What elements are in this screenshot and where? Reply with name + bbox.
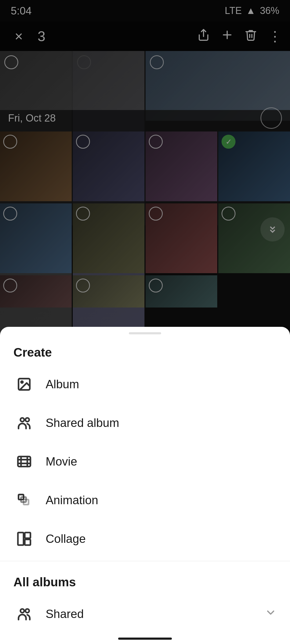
shared-album-icon bbox=[13, 412, 35, 434]
nav-indicator bbox=[118, 638, 172, 640]
album-icon bbox=[13, 374, 35, 395]
create-animation-item[interactable]: Animation bbox=[0, 481, 290, 519]
svg-point-6 bbox=[26, 418, 29, 422]
create-animation-label: Animation bbox=[46, 493, 98, 507]
create-album-label: Album bbox=[46, 378, 79, 391]
bottom-sheet: Create Album Shared album bbox=[0, 327, 290, 644]
create-collage-item[interactable]: Collage bbox=[0, 519, 290, 558]
chevron-down-icon bbox=[265, 607, 277, 621]
shared-album-row[interactable]: Shared bbox=[0, 595, 290, 633]
create-shared-album-item[interactable]: Shared album bbox=[0, 404, 290, 442]
sheet-divider bbox=[0, 561, 290, 561]
svg-point-19 bbox=[26, 609, 29, 613]
svg-point-18 bbox=[20, 609, 24, 613]
animation-icon bbox=[13, 489, 35, 511]
create-collage-label: Collage bbox=[46, 532, 86, 546]
movie-icon bbox=[13, 451, 35, 472]
create-section-title: Create bbox=[0, 334, 290, 365]
shared-icon bbox=[13, 603, 35, 625]
shared-album-row-label: Shared bbox=[46, 607, 265, 621]
svg-point-4 bbox=[21, 381, 23, 383]
collage-icon bbox=[13, 528, 35, 550]
create-album-item[interactable]: Album bbox=[0, 365, 290, 404]
create-movie-label: Movie bbox=[46, 455, 77, 468]
svg-point-5 bbox=[20, 418, 24, 422]
create-shared-album-label: Shared album bbox=[46, 416, 119, 430]
create-movie-item[interactable]: Movie bbox=[0, 442, 290, 481]
all-albums-title: All albums bbox=[0, 564, 290, 595]
svg-rect-7 bbox=[18, 456, 31, 466]
svg-rect-16 bbox=[25, 533, 30, 538]
sheet-handle bbox=[129, 332, 161, 334]
svg-rect-17 bbox=[25, 539, 30, 545]
svg-rect-15 bbox=[18, 533, 24, 545]
